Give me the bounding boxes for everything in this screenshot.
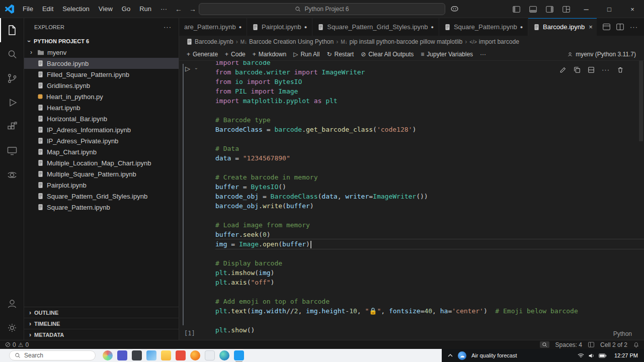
toolbar-run-all[interactable]: ▷Run All (290, 49, 323, 60)
file-item-multiple_square_pattern.ipynb[interactable]: Multiple_Square_Pattern.ipynb (24, 168, 179, 179)
code-editor[interactable]: import barcodefrom barcode.writer import… (215, 61, 644, 335)
problems-indicator[interactable]: 0 ⚠ 0 (5, 341, 29, 348)
task-view-taskbar-icon[interactable] (132, 350, 142, 360)
extensions-icon[interactable] (0, 115, 24, 139)
file-explorer-taskbar-icon[interactable] (161, 350, 171, 360)
file-item-ip_adress_private.ipynb[interactable]: IP_Adress_Private.ipynb (24, 135, 179, 146)
run-debug-icon[interactable] (0, 90, 24, 115)
file-item-myenv[interactable]: ›myenv (24, 47, 179, 58)
kernel-picker[interactable]: myenv (Python 3.11.7) (567, 51, 640, 58)
vscode-taskbar-icon[interactable] (234, 350, 244, 360)
menu-edit[interactable]: Edit (38, 0, 58, 18)
code-line[interactable] (215, 211, 644, 220)
file-item-ip_adress_information.ipynb[interactable]: IP_Adress_Information.ipynb (24, 124, 179, 135)
remote-explorer-icon[interactable] (0, 139, 24, 163)
breadcrumb-item[interactable]: </>import barcode (469, 38, 519, 45)
firefox-taskbar-icon[interactable] (190, 350, 200, 360)
file-item-multiple_location_map_chart.ipynb[interactable]: Multiple_Location_Map_Chart.ipynb (24, 157, 179, 168)
toolbar-jupyter-variables[interactable]: ≡Jupyter Variables (417, 49, 476, 60)
breadcrumb-item[interactable]: M↓Barcode Creation Using Python (240, 38, 334, 45)
customize-layout-icon[interactable] (562, 6, 570, 13)
toggle-secondary-sidebar-icon[interactable] (546, 6, 553, 13)
hidden-icons-chevron[interactable] (448, 354, 453, 357)
delete-cell-icon[interactable] (617, 66, 624, 73)
code-line[interactable]: # Barcode type (215, 115, 644, 125)
code-line[interactable]: # Load image from memory (215, 220, 644, 230)
tab-pairplot.ipynb[interactable]: Pairplot.ipynb● (247, 18, 312, 36)
tab-square_pattern.ipynb[interactable]: Square_Pattern.ipynb● (439, 18, 528, 36)
settings-gear-icon[interactable] (0, 316, 24, 340)
tab-are_pattern.ipynb[interactable]: are_Pattern.ipynb● (179, 18, 247, 36)
copy-cell-icon[interactable] (574, 66, 581, 73)
tab-square_pattern_grid_styles.ipynb[interactable]: Square_Pattern_Grid_Styles.ipynb● (312, 18, 439, 36)
toolbar-more[interactable]: ··· (476, 49, 490, 60)
split-cell-icon[interactable] (588, 66, 595, 73)
menu-selection[interactable]: Selection (58, 0, 94, 18)
toggle-panel-icon[interactable] (529, 6, 537, 13)
code-line[interactable]: # Display barcode (215, 258, 644, 268)
notebook-cell[interactable]: ▷ › import barcodefrom barcode.writer im… (179, 61, 644, 340)
maximize-button[interactable]: □ (598, 0, 621, 18)
menu-view[interactable]: View (94, 0, 117, 18)
menu-go[interactable]: Go (117, 0, 135, 18)
close-button[interactable]: × (621, 0, 644, 18)
code-line[interactable]: data = "1234567890" (215, 153, 644, 163)
sidebar-section-metadata[interactable]: ›METADATA (24, 329, 179, 340)
editor-scrollbar[interactable] (639, 61, 643, 141)
app-red-taskbar-icon[interactable] (176, 350, 186, 360)
file-item-barcode.ipynb[interactable]: Barcode.ipynb (24, 58, 179, 69)
taskbar-clock[interactable]: 12:27 PM (614, 352, 638, 358)
file-item-square_pattern_grid_styles.ipynb[interactable]: Square_Pattern_Grid_Styles.ipynb (24, 191, 179, 202)
notifications-bell-icon[interactable] (633, 342, 639, 348)
app-light-taskbar-icon[interactable] (205, 350, 215, 360)
windows-search[interactable]: Search (9, 350, 96, 360)
account-icon[interactable] (0, 292, 24, 316)
source-control-icon[interactable] (0, 66, 24, 90)
edit-cell-icon[interactable] (559, 66, 567, 73)
code-line[interactable]: plt.text(img.width//2, img.height-10, "🔒… (215, 306, 644, 316)
copilot-icon[interactable] (450, 5, 459, 13)
explorer-more-icon[interactable]: ··· (164, 23, 172, 31)
wifi-icon[interactable] (578, 353, 584, 358)
volume-icon[interactable] (588, 353, 595, 358)
minimize-button[interactable]: ─ (575, 0, 598, 18)
sidebar-section-outline[interactable]: ›OUTLINE (24, 307, 179, 318)
code-line[interactable] (215, 106, 644, 115)
code-line[interactable] (215, 316, 644, 325)
zoom-indicator[interactable] (540, 341, 549, 348)
project-root[interactable]: › PYTHON PROJECT 6 (24, 36, 179, 47)
widgets-taskbar-icon[interactable] (146, 350, 156, 360)
cell-language-picker[interactable]: Python (613, 330, 632, 337)
code-line[interactable] (215, 163, 644, 172)
run-cell-icon[interactable]: ▷ (185, 65, 190, 72)
notebook-layout-icon[interactable] (603, 24, 610, 30)
file-item-filled_square_pattern.ipynb[interactable]: Filled_Square_Pattern.ipynb (24, 69, 179, 80)
code-line[interactable]: buffer = BytesIO() (215, 182, 644, 192)
code-line[interactable]: # Add emoji on top of barcode (215, 297, 644, 306)
layout-status-icon[interactable] (588, 342, 594, 347)
code-line[interactable]: img = Image.open(buffer) (215, 239, 644, 249)
cell-position-indicator[interactable]: Cell 2 of 2 (600, 341, 627, 348)
toggle-sidebar-icon[interactable] (513, 6, 520, 13)
close-tab-icon[interactable]: × (589, 23, 593, 31)
toolbar-markdown[interactable]: +Markdown (249, 49, 290, 60)
jupyter-icon[interactable] (0, 163, 24, 187)
code-line[interactable]: import matplotlib.pyplot as plt (215, 96, 644, 106)
toolbar-code[interactable]: +Code (221, 49, 249, 60)
code-line[interactable] (215, 287, 644, 297)
breadcrumb-item[interactable]: Barcode.ipynb (186, 38, 233, 45)
code-line[interactable]: from PIL import Image (215, 86, 644, 96)
code-line[interactable]: plt.axis("off") (215, 278, 644, 287)
search-sidebar-icon[interactable] (0, 42, 24, 66)
battery-icon[interactable] (599, 353, 606, 358)
toolbar-restart[interactable]: ↻Restart (323, 49, 357, 60)
breadcrumb-item[interactable]: M↓pip install python-barcode pillow matp… (341, 38, 462, 45)
code-line[interactable]: from io import BytesIO (215, 77, 644, 86)
menu-overflow[interactable]: ··· (156, 0, 172, 18)
code-line[interactable]: BarcodeClass = barcode.get_barcode_class… (215, 125, 644, 134)
editor-more-actions-icon[interactable]: ··· (630, 23, 638, 31)
file-item-heart.ipynb[interactable]: Heart.ipynb (24, 102, 179, 113)
file-item-pairplot.ipynb[interactable]: Pairplot.ipynb (24, 179, 179, 191)
edge-taskbar-icon[interactable] (219, 350, 229, 360)
forward-arrow-icon[interactable]: → (189, 5, 196, 13)
